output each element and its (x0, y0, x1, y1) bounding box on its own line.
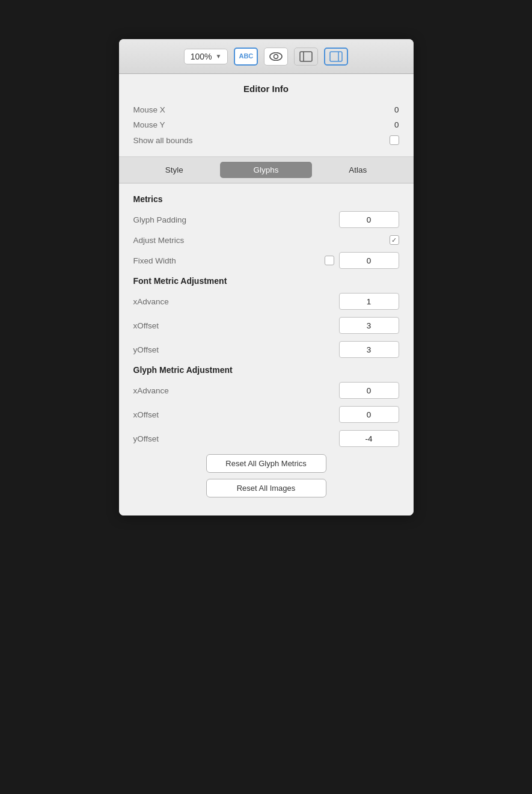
glyph-padding-input[interactable] (339, 211, 399, 228)
font-x-offset-label: xOffset (133, 321, 159, 330)
glyph-x-advance-input[interactable] (339, 382, 399, 399)
adjust-metrics-row: Adjust Metrics ✓ (133, 235, 399, 245)
panel: 100% ▼ ABC (119, 39, 414, 515)
glyph-x-offset-label: xOffset (133, 410, 159, 419)
fixed-width-group (325, 252, 399, 269)
font-y-offset-label: yOffset (133, 345, 159, 354)
editor-info-section: Editor Info Mouse X 0 Mouse Y 0 Show all… (119, 74, 414, 157)
font-x-advance-row: xAdvance (133, 293, 399, 310)
zoom-value: 100% (191, 52, 212, 61)
zoom-selector[interactable]: 100% ▼ (184, 49, 228, 64)
svg-rect-2 (300, 52, 312, 61)
show-bounds-label: Show all bounds (133, 136, 193, 145)
metrics-section-title: Metrics (133, 194, 399, 204)
mouse-x-label: Mouse X (133, 105, 165, 114)
tab-atlas[interactable]: Atlas (312, 162, 404, 178)
window-container: 100% ▼ ABC (0, 0, 532, 794)
glyph-x-advance-row: xAdvance (133, 382, 399, 399)
adjust-metrics-checkbox[interactable]: ✓ (390, 235, 399, 245)
font-x-advance-label: xAdvance (133, 297, 169, 306)
glyph-x-offset-row: xOffset (133, 406, 399, 423)
glyph-x-offset-input[interactable] (339, 406, 399, 423)
toolbar: 100% ▼ ABC (119, 39, 414, 74)
fixed-width-checkbox[interactable] (325, 256, 334, 265)
svg-point-0 (270, 52, 282, 60)
glyph-y-offset-row: yOffset (133, 430, 399, 447)
glyph-metric-title: Glyph Metric Adjustment (133, 365, 399, 375)
chevron-down-icon: ▼ (215, 53, 221, 60)
fixed-width-label: Fixed Width (133, 256, 176, 265)
mouse-y-value: 0 (394, 120, 399, 129)
abc-button[interactable]: ABC (234, 48, 258, 66)
glyph-padding-row: Glyph Padding (133, 211, 399, 228)
eye-icon (269, 52, 283, 61)
font-y-offset-input[interactable] (339, 341, 399, 358)
svg-point-1 (274, 54, 278, 58)
tab-style[interactable]: Style (129, 162, 221, 178)
buttons-area: Reset All Glyph Metrics Reset All Images (133, 454, 399, 503)
mouse-y-label: Mouse Y (133, 120, 165, 129)
adjust-metrics-label: Adjust Metrics (133, 236, 185, 245)
mouse-x-row: Mouse X 0 (133, 102, 399, 117)
panel-left-button[interactable] (294, 48, 318, 66)
mouse-x-value: 0 (394, 105, 399, 114)
font-x-offset-row: xOffset (133, 317, 399, 334)
fixed-width-row: Fixed Width (133, 252, 399, 269)
glyph-x-advance-label: xAdvance (133, 386, 169, 395)
glyph-padding-label: Glyph Padding (133, 215, 187, 224)
tab-glyphs[interactable]: Glyphs (220, 162, 312, 178)
font-x-offset-input[interactable] (339, 317, 399, 334)
font-metric-title: Font Metric Adjustment (133, 276, 399, 286)
eye-button[interactable] (264, 48, 288, 66)
glyph-y-offset-input[interactable] (339, 430, 399, 447)
font-x-advance-input[interactable] (339, 293, 399, 310)
svg-rect-4 (330, 52, 342, 61)
tab-bar: Style Glyphs Atlas (119, 157, 414, 183)
font-y-offset-row: yOffset (133, 341, 399, 358)
editor-info-title: Editor Info (133, 84, 399, 94)
show-bounds-checkbox[interactable] (390, 135, 399, 145)
panel-right-button[interactable] (324, 48, 348, 66)
settings-panel: Metrics Glyph Padding Adjust Metrics ✓ F… (119, 183, 414, 515)
panel-content: Editor Info Mouse X 0 Mouse Y 0 Show all… (119, 74, 414, 515)
show-bounds-row: Show all bounds (133, 132, 399, 148)
reset-glyph-metrics-button[interactable]: Reset All Glyph Metrics (206, 454, 326, 473)
mouse-y-row: Mouse Y 0 (133, 117, 399, 132)
fixed-width-input[interactable] (339, 252, 399, 269)
reset-images-button[interactable]: Reset All Images (206, 479, 326, 497)
panel-left-icon (299, 51, 313, 62)
glyph-y-offset-label: yOffset (133, 434, 159, 443)
panel-right-icon (329, 51, 343, 62)
